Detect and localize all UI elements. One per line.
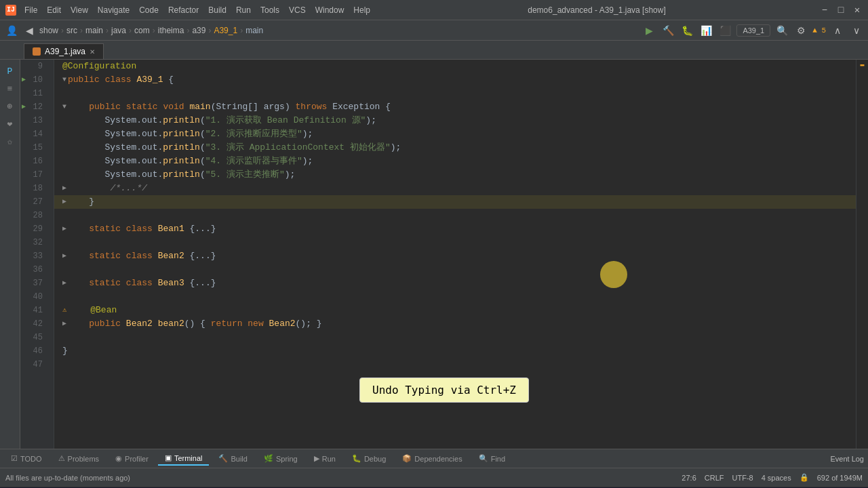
menu-view[interactable]: View — [66, 4, 92, 16]
editor-container: 9 ▶ 10 11 ▶ 12 13 14 15 16 17 18 27 28 2… — [20, 60, 868, 449]
coverage-button[interactable]: 📊 — [698, 23, 713, 38]
close-button[interactable]: ✕ — [852, 5, 863, 16]
code-line-46: } — [54, 344, 856, 358]
maximize-button[interactable]: □ — [835, 5, 846, 16]
code-line-17: System.out.println("5. 演示主类推断"); — [54, 168, 856, 182]
menu-refactor[interactable]: Refactor — [164, 4, 203, 16]
breadcrumb-show[interactable]: show — [39, 26, 58, 35]
profile-button[interactable]: 👤 — [4, 23, 19, 38]
line-num-47: 47 — [20, 358, 48, 371]
settings-button[interactable]: ⚙ — [793, 23, 808, 38]
fold-icon-18[interactable]: ▶ — [62, 182, 66, 195]
run-gutter-icon-10[interactable]: ▶ — [22, 73, 26, 87]
back-button[interactable]: ◀ — [22, 23, 37, 38]
line-num-42: 42 — [20, 317, 48, 331]
breadcrumb-java[interactable]: java — [111, 26, 126, 35]
line-ending[interactable]: CRLF — [705, 474, 724, 482]
menu-build[interactable]: Build — [204, 4, 231, 16]
right-warning-marker: ▬ — [856, 61, 868, 68]
tab-spring[interactable]: 🌿 Spring — [257, 452, 304, 465]
code-line-32 — [54, 236, 856, 249]
breadcrumb-class[interactable]: A39_1 — [214, 26, 237, 35]
fold-icon-29[interactable]: ▶ — [62, 222, 66, 236]
window-controls[interactable]: − □ ✕ — [819, 5, 863, 16]
menu-run[interactable]: Run — [232, 4, 255, 16]
profiler-label: Profiler — [125, 455, 149, 463]
run-config-selector[interactable]: A39_1 — [736, 24, 770, 37]
event-log-link[interactable]: Event Log — [830, 455, 864, 463]
breadcrumb-method[interactable]: main — [245, 26, 263, 35]
build-label: Build — [231, 455, 247, 463]
profiler-icon: ◉ — [115, 454, 122, 463]
tab-find[interactable]: 🔍 Find — [472, 452, 512, 465]
fold-icon-33[interactable]: ▶ — [62, 249, 66, 263]
menu-edit[interactable]: Edit — [43, 4, 65, 16]
run-button[interactable]: ▶ — [642, 23, 656, 38]
build-button[interactable]: 🔨 — [660, 23, 675, 38]
line-num-41: 41 — [20, 304, 48, 317]
tab-close-button[interactable]: ✕ — [90, 48, 95, 56]
tab-debug[interactable]: 🐛 Debug — [345, 452, 393, 465]
tab-problems[interactable]: ⚠ Problems — [52, 452, 106, 465]
breadcrumb-a39[interactable]: a39 — [192, 26, 205, 35]
line-num-27: 27 — [20, 195, 48, 209]
tab-a39-1[interactable]: A39_1.java ✕ — [24, 43, 104, 59]
tab-run[interactable]: ▶ Run — [307, 452, 342, 465]
line-num-36: 36 — [20, 263, 48, 277]
tab-profiler[interactable]: ◉ Profiler — [108, 452, 155, 465]
menu-window[interactable]: Window — [311, 4, 349, 16]
menu-vcs[interactable]: VCS — [285, 4, 310, 16]
menu-tools[interactable]: Tools — [256, 4, 283, 16]
stop-button[interactable]: ⬛ — [717, 23, 732, 38]
tab-terminal[interactable]: ▣ Terminal — [158, 451, 210, 466]
tab-todo[interactable]: ☑ TODO — [4, 452, 49, 465]
sidebar-add-icon[interactable]: ⊕ — [3, 99, 18, 114]
run-gutter-icon-12[interactable]: ▶ — [22, 100, 26, 114]
expand-button[interactable]: ∧ — [830, 23, 845, 38]
sidebar-star-icon[interactable]: ✩ — [3, 134, 18, 149]
code-line-15: System.out.println("3. 演示 ApplicationCon… — [54, 141, 856, 155]
window-title: demo6_advanced - A39_1.java [show] — [528, 5, 665, 15]
code-line-13: System.out.println("1. 演示获取 Bean Definit… — [54, 114, 856, 127]
menu-code[interactable]: Code — [135, 4, 163, 16]
menu-bar[interactable]: File Edit View Navigate Code Refactor Bu… — [20, 4, 374, 16]
warning-count[interactable]: ▲ 5 — [812, 26, 826, 35]
main-layout: P ≡ ⊕ ❤ ✩ 9 ▶ 10 11 ▶ 12 13 14 15 16 17 … — [0, 60, 868, 449]
status-bar: All files are up-to-date (moments ago) 2… — [0, 468, 868, 487]
fold-icon-37[interactable]: ▶ — [62, 277, 66, 290]
breadcrumb-src[interactable]: src — [66, 26, 77, 35]
fold-icon-27[interactable]: ▶ — [62, 195, 66, 209]
terminal-label: Terminal — [174, 454, 203, 462]
sidebar-project-icon[interactable]: P — [3, 64, 18, 79]
cursor-position[interactable]: 27:6 — [682, 474, 696, 482]
code-line-33: ▶ static class Bean2 {...} — [54, 249, 856, 263]
sidebar-favorites-icon[interactable]: ❤ — [3, 117, 18, 131]
menu-navigate[interactable]: Navigate — [94, 4, 134, 16]
sidebar-structure-icon[interactable]: ≡ — [3, 81, 18, 96]
problems-label: Problems — [68, 455, 99, 463]
fold-icon-10[interactable]: ▼ — [62, 73, 66, 87]
debug-button[interactable]: 🐛 — [679, 23, 694, 38]
debug-icon: 🐛 — [352, 454, 361, 463]
encoding[interactable]: UTF-8 — [732, 474, 753, 482]
collapse-button[interactable]: ∨ — [849, 23, 864, 38]
code-line-29: ▶ static class Bean1 {...} — [54, 222, 856, 236]
line-num-29: 29 — [20, 222, 48, 236]
line-num-14: 14 — [20, 127, 48, 141]
breadcrumb-main[interactable]: main — [85, 26, 103, 35]
menu-help[interactable]: Help — [349, 4, 374, 16]
indent-setting[interactable]: 4 spaces — [762, 474, 791, 482]
line-num-33: 33 — [20, 249, 48, 263]
breadcrumb-com[interactable]: com — [134, 26, 150, 35]
fold-icon-42[interactable]: ▶ — [62, 317, 66, 331]
tab-build[interactable]: 🔨 Build — [212, 452, 254, 465]
code-line-36 — [54, 263, 856, 277]
search-button[interactable]: 🔍 — [774, 23, 789, 38]
fold-icon-12[interactable]: ▼ — [62, 100, 66, 114]
tab-dependencies[interactable]: 📦 Dependencies — [395, 452, 469, 465]
code-line-28 — [54, 209, 856, 222]
minimize-button[interactable]: − — [819, 5, 830, 16]
breadcrumb-itheima[interactable]: itheima — [158, 26, 184, 35]
menu-file[interactable]: File — [20, 4, 41, 16]
line-num-16: 16 — [20, 155, 48, 168]
